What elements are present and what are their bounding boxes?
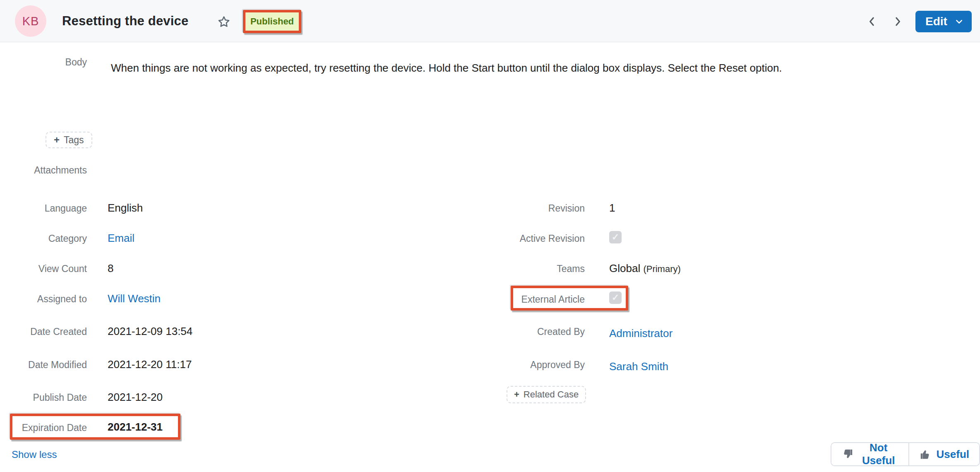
field-value-view-count: 8 (108, 262, 113, 275)
field-label-publish-date: Publish Date (0, 392, 87, 403)
field-label-date-created: Date Created (0, 326, 87, 337)
field-label-assigned-to: Assigned to (0, 294, 87, 305)
add-related-case-button-label: Related Case (524, 389, 579, 400)
plus-icon: + (54, 134, 60, 146)
field-value-date-modified: 2021-12-20 11:17 (108, 358, 192, 371)
add-related-case-button[interactable]: + Related Case (507, 386, 586, 403)
field-value-body: When things are not working as expected,… (111, 60, 785, 75)
plus-icon: + (514, 389, 519, 400)
field-label-active-revision: Active Revision (461, 233, 585, 244)
field-label-teams: Teams (461, 263, 585, 275)
status-badge: Published (245, 12, 299, 31)
field-label-body: Body (0, 57, 87, 68)
field-label-expiration-date: Expiration Date (0, 422, 87, 433)
field-label-date-modified: Date Modified (0, 359, 87, 371)
field-value-assigned-to-link[interactable]: Will Westin (108, 292, 161, 305)
field-label-attachments: Attachments (0, 165, 87, 176)
field-value-category-link[interactable]: Email (108, 232, 135, 245)
edit-button[interactable]: Edit (915, 11, 972, 32)
field-label-category: Category (0, 233, 87, 244)
field-value-expiration-date: 2021-12-31 (108, 421, 163, 433)
previous-record-icon[interactable] (866, 15, 878, 28)
page-title: Resetting the device (62, 14, 188, 29)
module-avatar: KB (15, 5, 46, 37)
thumbs-down-icon (841, 448, 854, 460)
field-value-teams: Global (Primary) (609, 262, 681, 275)
external-article-checkbox: ✓ (609, 291, 622, 304)
teams-primary-name: Global (609, 262, 640, 275)
chevron-down-icon (955, 17, 963, 26)
field-value-created-by-link[interactable]: Administrator (609, 327, 673, 340)
checkmark-icon: ✓ (612, 293, 619, 302)
field-label-revision: Revision (461, 203, 585, 214)
field-value-date-created: 2021-12-09 13:54 (108, 325, 192, 338)
add-tags-button[interactable]: + Tags (46, 132, 92, 148)
teams-primary-suffix: (Primary) (643, 264, 680, 274)
field-label-created-by: Created By (461, 326, 585, 337)
edit-button-label: Edit (925, 15, 947, 28)
show-less-link[interactable]: Show less (12, 449, 57, 460)
useful-button[interactable]: Useful (908, 443, 979, 465)
kb-article-detail-view: KB Resetting the device Published Edit (0, 0, 980, 472)
field-label-external-article: External Article (461, 294, 585, 305)
field-value-publish-date: 2021-12-20 (108, 391, 163, 404)
field-label-approved-by: Approved By (461, 359, 585, 371)
field-value-language: English (108, 202, 143, 214)
usefulness-button-group: Not Useful Useful (831, 442, 980, 466)
record-header-bar: KB Resetting the device Published Edit (0, 0, 980, 42)
add-tags-button-label: Tags (64, 135, 84, 146)
field-label-language: Language (0, 203, 87, 214)
useful-button-label: Useful (937, 448, 969, 461)
thumbs-up-icon (919, 448, 932, 460)
highlight-box-published: Published (243, 10, 301, 33)
checkmark-icon: ✓ (612, 233, 619, 242)
next-record-icon[interactable] (891, 15, 904, 28)
active-revision-checkbox: ✓ (609, 231, 622, 243)
not-useful-button-label: Not Useful (859, 442, 898, 466)
field-value-approved-by-link[interactable]: Sarah Smith (609, 360, 668, 373)
favorite-star-icon[interactable] (217, 15, 231, 29)
field-label-view-count: View Count (0, 263, 87, 275)
not-useful-button[interactable]: Not Useful (831, 443, 908, 465)
field-value-revision: 1 (609, 202, 615, 214)
